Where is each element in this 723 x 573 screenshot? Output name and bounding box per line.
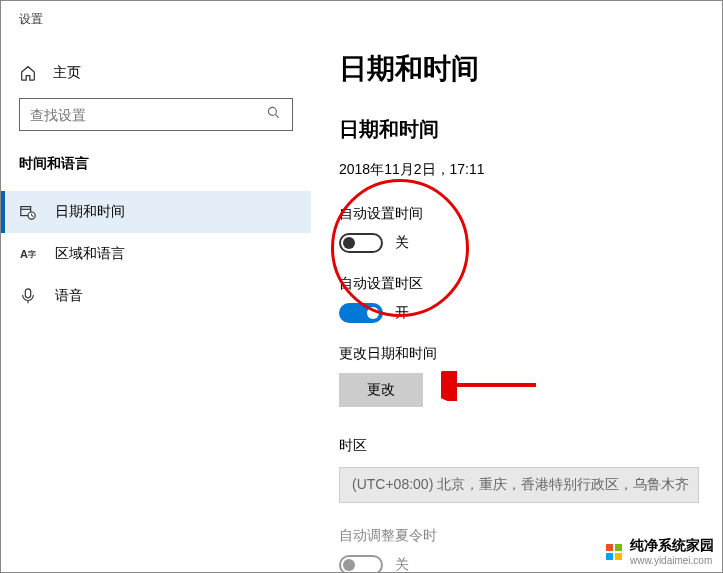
window-title: 设置: [1, 1, 722, 28]
auto-time-label: 自动设置时间: [339, 205, 722, 223]
sidebar-item-label: 语音: [55, 287, 83, 305]
auto-tz-toggle[interactable]: [339, 303, 383, 323]
current-datetime: 2018年11月2日，17:11: [339, 161, 722, 179]
home-link[interactable]: 主页: [19, 58, 293, 98]
auto-time-state: 关: [395, 234, 409, 252]
svg-rect-13: [606, 553, 613, 560]
timezone-label: 时区: [339, 437, 722, 455]
sidebar-item-speech[interactable]: 语音: [19, 275, 293, 317]
language-icon: A字: [19, 245, 37, 263]
watermark-logo-icon: [604, 542, 624, 562]
search-icon: [266, 105, 282, 124]
section-title-datetime: 日期和时间: [339, 116, 722, 143]
home-icon: [19, 64, 37, 82]
sidebar-item-region[interactable]: A字 区域和语言: [19, 233, 293, 275]
change-datetime-label: 更改日期和时间: [339, 345, 722, 363]
timezone-select[interactable]: (UTC+08:00) 北京，重庆，香港特别行政区，乌鲁木齐: [339, 467, 699, 503]
svg-point-0: [268, 107, 276, 115]
sidebar-item-label: 日期和时间: [55, 203, 125, 221]
dst-toggle: [339, 555, 383, 573]
sidebar-item-datetime[interactable]: 日期和时间: [1, 191, 311, 233]
svg-line-1: [276, 115, 279, 118]
sidebar-item-label: 区域和语言: [55, 245, 125, 263]
auto-tz-label: 自动设置时区: [339, 275, 722, 293]
auto-time-toggle[interactable]: [339, 233, 383, 253]
calendar-clock-icon: [19, 203, 37, 221]
search-box[interactable]: [19, 98, 293, 131]
microphone-icon: [19, 287, 37, 305]
svg-rect-12: [615, 544, 622, 551]
watermark: 纯净系统家园 www.yidaimei.com: [604, 537, 714, 566]
page-title: 日期和时间: [339, 50, 722, 88]
main-content: 日期和时间 日期和时间 2018年11月2日，17:11 自动设置时间 关 自动…: [311, 28, 722, 569]
watermark-url: www.yidaimei.com: [630, 555, 714, 566]
sidebar: 主页 时间和语言 日期和时间 A字 区域和语言 语音: [1, 28, 311, 569]
home-label: 主页: [53, 64, 81, 82]
svg-rect-14: [615, 553, 622, 560]
svg-rect-7: [25, 289, 30, 298]
search-input[interactable]: [30, 107, 266, 123]
change-datetime-button[interactable]: 更改: [339, 373, 423, 407]
watermark-title: 纯净系统家园: [630, 537, 714, 555]
svg-rect-11: [606, 544, 613, 551]
auto-tz-state: 开: [395, 304, 409, 322]
sidebar-section-label: 时间和语言: [19, 155, 293, 173]
dst-state: 关: [395, 556, 409, 573]
